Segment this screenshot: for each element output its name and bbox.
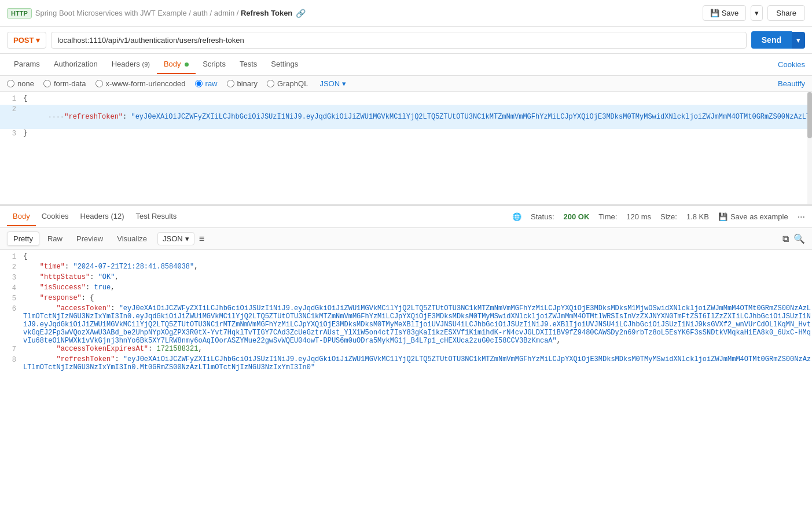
resp-line-5: 5 "response": { [0, 294, 812, 304]
option-graphql[interactable]: GraphQL [267, 79, 308, 88]
filter-button[interactable]: ≡ [199, 234, 204, 244]
resp-line-1: 1 { [0, 252, 812, 263]
save-chevron-button[interactable]: ▾ [751, 5, 763, 21]
resp-ln-1: 1 [0, 252, 23, 263]
resp-format-value: JSON [163, 234, 183, 243]
response-body-editor[interactable]: 1 { 2 "time": "2024-07-21T21:28:41.85840… [0, 250, 812, 458]
beautify-button[interactable]: Beautify [778, 79, 805, 88]
copy-button[interactable]: ⧉ [782, 233, 789, 244]
resp-lc-5: "response": { [23, 294, 812, 304]
resp-ln-4: 4 [0, 284, 23, 294]
option-binary[interactable]: binary [227, 79, 258, 88]
resp-headers-label: Headers [80, 212, 109, 220]
graphql-label: GraphQL [277, 79, 308, 88]
radio-graphql[interactable] [267, 80, 274, 87]
raw-label: raw [205, 79, 218, 88]
body-label: Body [164, 60, 181, 68]
radio-urlencoded[interactable] [95, 80, 103, 87]
save-example-button[interactable]: 💾 Save as example [718, 212, 788, 221]
line-num-2: 2 [0, 105, 23, 129]
tab-params[interactable]: Params [7, 55, 47, 74]
time-value: 120 ms [626, 212, 651, 221]
none-label: none [17, 79, 34, 88]
send-chevron-button[interactable]: ▾ [792, 32, 805, 49]
radio-raw[interactable] [195, 80, 203, 87]
radio-none[interactable] [7, 80, 14, 87]
fmt-tab-raw[interactable]: Raw [42, 232, 68, 245]
tab-body[interactable]: Body [157, 55, 196, 74]
response-tab-headers[interactable]: Headers (12) [75, 207, 130, 226]
option-raw[interactable]: raw [195, 79, 218, 88]
resp-lc-4: "isSuccess": true, [23, 284, 812, 294]
url-bar: POST ▾ Send ▾ [0, 27, 812, 54]
resp-line-3: 3 "httpStatus": "OK", [0, 273, 812, 284]
tab-tests[interactable]: Tests [233, 55, 264, 74]
time-label: Time: [598, 212, 617, 221]
more-options-button[interactable]: ··· [798, 212, 805, 222]
binary-label: binary [237, 79, 258, 88]
resp-format-chevron: ▾ [185, 234, 189, 243]
globe-icon: 🌐 [512, 212, 521, 221]
req-line-2: 2 ····"refreshToken": "eyJ0eXAiOiJCZWFyZ… [0, 105, 812, 129]
top-bar-left: HTTP Spring Boot Microservices with JWT … [7, 8, 698, 19]
save-example-label: Save as example [730, 212, 788, 221]
req-line-1: 1 { [0, 94, 812, 105]
format-chevron-icon: ▾ [342, 79, 346, 88]
response-status-bar: 🌐 Status: 200 OK Time: 120 ms Size: 1.8 … [512, 212, 805, 222]
share-button[interactable]: Share [767, 5, 805, 21]
resp-lc-8: "refreshToken": "eyJ0eXAiOiJCZWFyZXIiLCJ… [23, 355, 812, 371]
resp-ln-7: 7 [0, 345, 23, 355]
option-urlencoded[interactable]: x-www-form-urlencoded [95, 79, 186, 88]
tab-headers[interactable]: Headers (9) [105, 55, 157, 74]
status-label: Status: [531, 212, 554, 221]
resp-lc-6: "accessToken": "eyJ0eXAiOiJCZWFyZXIiLCJh… [23, 304, 812, 345]
urlencoded-label: x-www-form-urlencoded [106, 79, 186, 88]
fmt-tab-pretty[interactable]: Pretty [7, 231, 39, 246]
resp-lc-1: { [23, 252, 812, 263]
link-icon[interactable]: 🔗 [296, 9, 306, 18]
response-tab-test-results[interactable]: Test Results [130, 207, 183, 226]
save-button[interactable]: 💾 Save [703, 5, 747, 21]
response-format-select[interactable]: JSON ▾ [157, 232, 194, 245]
http-badge: HTTP [7, 8, 32, 19]
radio-binary[interactable] [227, 80, 234, 87]
headers-badge: (9) [142, 61, 149, 68]
format-select[interactable]: JSON ▾ [319, 79, 346, 88]
resp-ln-2: 2 [0, 263, 23, 273]
format-bar-right: ⧉ 🔍 [782, 233, 805, 244]
fmt-tab-visualize[interactable]: Visualize [111, 232, 153, 245]
line-content-1: { [23, 94, 812, 105]
response-tab-bar: Body Cookies Headers (12) Test Results 🌐… [0, 206, 812, 228]
cookies-link[interactable]: Cookies [778, 60, 805, 69]
tab-scripts[interactable]: Scripts [196, 55, 233, 74]
resp-line-8: 8 "refreshToken": "eyJ0eXAiOiJCZWFyZXIiL… [0, 355, 812, 371]
format-bar: Pretty Raw Preview Visualize JSON ▾ ≡ ⧉ … [0, 228, 812, 250]
resp-ln-8: 8 [0, 355, 23, 371]
breadcrumb: Spring Boot Microservices with JWT Examp… [35, 9, 293, 17]
url-input[interactable] [51, 32, 746, 49]
radio-form-data[interactable] [43, 80, 51, 87]
response-tab-body[interactable]: Body [7, 207, 36, 226]
status-value: 200 OK [564, 212, 590, 221]
top-bar-right: 💾 Save ▾ Share [703, 5, 805, 21]
option-form-data[interactable]: form-data [43, 79, 86, 88]
breadcrumb-text: Spring Boot Microservices with JWT Examp… [35, 9, 241, 17]
format-value: JSON [319, 79, 340, 88]
tab-settings[interactable]: Settings [264, 55, 305, 74]
method-select[interactable]: POST ▾ [7, 32, 46, 49]
send-button[interactable]: Send [751, 31, 792, 49]
resp-ln-5: 5 [0, 294, 23, 304]
search-button[interactable]: 🔍 [793, 233, 805, 244]
fmt-tab-preview[interactable]: Preview [71, 232, 109, 245]
size-label: Size: [660, 212, 677, 221]
method-chevron-icon: ▾ [36, 36, 40, 45]
request-scrollbar-thumb[interactable] [807, 92, 812, 138]
request-scrollbar-track[interactable] [807, 92, 812, 204]
tab-authorization[interactable]: Authorization [47, 55, 105, 74]
option-none[interactable]: none [7, 79, 34, 88]
response-tab-cookies[interactable]: Cookies [36, 207, 75, 226]
request-body-editor[interactable]: 1 { 2 ····"refreshToken": "eyJ0eXAiOiJCZ… [0, 92, 812, 205]
resp-line-4: 4 "isSuccess": true, [0, 284, 812, 294]
save-label: Save [722, 9, 739, 17]
resp-line-2: 2 "time": "2024-07-21T21:28:41.8584038", [0, 263, 812, 273]
